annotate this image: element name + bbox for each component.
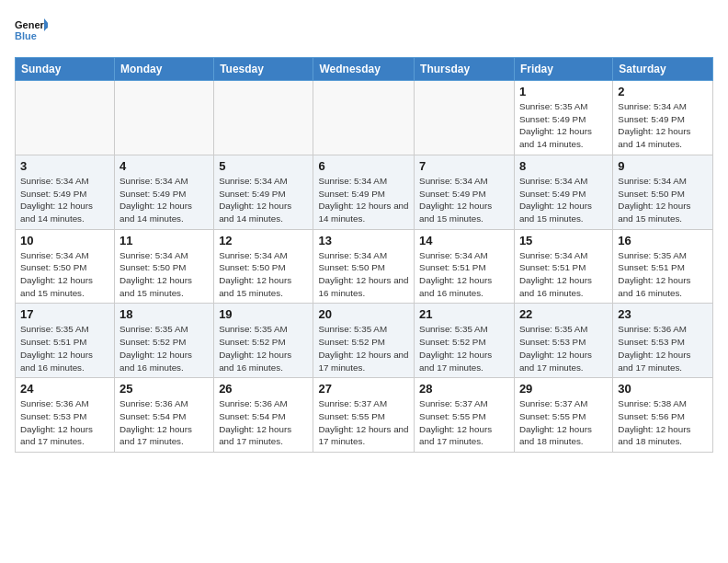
column-header-monday: Monday bbox=[115, 58, 214, 81]
day-info: Sunrise: 5:38 AMSunset: 5:56 PMDaylight:… bbox=[618, 397, 708, 448]
calendar: SundayMondayTuesdayWednesdayThursdayFrid… bbox=[15, 57, 713, 453]
logo-svg: General Blue bbox=[15, 15, 48, 48]
day-number: 13 bbox=[318, 234, 409, 247]
calendar-cell: 27Sunrise: 5:37 AMSunset: 5:55 PMDayligh… bbox=[313, 378, 415, 453]
calendar-cell: 11Sunrise: 5:34 AMSunset: 5:50 PMDayligh… bbox=[115, 229, 214, 304]
day-number: 27 bbox=[318, 382, 409, 396]
day-info: Sunrise: 5:35 AMSunset: 5:52 PMDaylight:… bbox=[119, 323, 209, 373]
calendar-cell: 5Sunrise: 5:34 AMSunset: 5:49 PMDaylight… bbox=[214, 155, 313, 229]
calendar-week-row: 17Sunrise: 5:35 AMSunset: 5:51 PMDayligh… bbox=[16, 304, 713, 378]
day-number: 24 bbox=[20, 382, 109, 396]
day-info: Sunrise: 5:36 AMSunset: 5:54 PMDaylight:… bbox=[219, 397, 308, 448]
calendar-cell: 20Sunrise: 5:35 AMSunset: 5:52 PMDayligh… bbox=[313, 304, 415, 378]
day-number: 10 bbox=[20, 234, 109, 247]
day-info: Sunrise: 5:34 AMSunset: 5:50 PMDaylight:… bbox=[318, 249, 409, 300]
day-number: 15 bbox=[519, 234, 608, 247]
day-info: Sunrise: 5:34 AMSunset: 5:51 PMDaylight:… bbox=[419, 249, 509, 300]
day-info: Sunrise: 5:34 AMSunset: 5:49 PMDaylight:… bbox=[618, 100, 708, 151]
calendar-cell: 9Sunrise: 5:34 AMSunset: 5:50 PMDaylight… bbox=[613, 155, 713, 229]
calendar-cell: 8Sunrise: 5:34 AMSunset: 5:49 PMDaylight… bbox=[514, 155, 612, 229]
day-number: 7 bbox=[419, 159, 509, 173]
calendar-cell: 10Sunrise: 5:34 AMSunset: 5:50 PMDayligh… bbox=[16, 229, 115, 304]
day-info: Sunrise: 5:35 AMSunset: 5:49 PMDaylight:… bbox=[519, 100, 608, 151]
day-number: 6 bbox=[318, 159, 409, 173]
calendar-cell: 3Sunrise: 5:34 AMSunset: 5:49 PMDaylight… bbox=[16, 155, 115, 229]
day-number: 23 bbox=[618, 307, 708, 321]
calendar-cell: 29Sunrise: 5:37 AMSunset: 5:55 PMDayligh… bbox=[514, 378, 612, 453]
calendar-cell: 22Sunrise: 5:35 AMSunset: 5:53 PMDayligh… bbox=[514, 304, 612, 378]
calendar-week-row: 24Sunrise: 5:36 AMSunset: 5:53 PMDayligh… bbox=[16, 378, 713, 453]
day-info: Sunrise: 5:34 AMSunset: 5:50 PMDaylight:… bbox=[219, 249, 308, 300]
column-header-thursday: Thursday bbox=[415, 58, 515, 81]
calendar-cell: 30Sunrise: 5:38 AMSunset: 5:56 PMDayligh… bbox=[613, 378, 713, 453]
column-header-friday: Friday bbox=[514, 58, 612, 81]
page-header: General Blue bbox=[15, 15, 713, 48]
column-header-sunday: Sunday bbox=[16, 58, 115, 81]
day-info: Sunrise: 5:34 AMSunset: 5:50 PMDaylight:… bbox=[20, 249, 109, 300]
day-number: 28 bbox=[419, 382, 509, 396]
day-number: 12 bbox=[219, 234, 308, 247]
day-number: 1 bbox=[519, 85, 608, 98]
svg-text:General: General bbox=[15, 19, 48, 30]
day-info: Sunrise: 5:34 AMSunset: 5:50 PMDaylight:… bbox=[618, 175, 708, 225]
calendar-cell: 12Sunrise: 5:34 AMSunset: 5:50 PMDayligh… bbox=[214, 229, 313, 304]
column-header-saturday: Saturday bbox=[613, 58, 713, 81]
day-info: Sunrise: 5:34 AMSunset: 5:49 PMDaylight:… bbox=[318, 175, 409, 225]
day-info: Sunrise: 5:34 AMSunset: 5:49 PMDaylight:… bbox=[119, 175, 209, 225]
calendar-cell bbox=[16, 81, 115, 155]
calendar-cell: 14Sunrise: 5:34 AMSunset: 5:51 PMDayligh… bbox=[415, 229, 515, 304]
day-info: Sunrise: 5:35 AMSunset: 5:51 PMDaylight:… bbox=[618, 249, 708, 300]
day-info: Sunrise: 5:35 AMSunset: 5:52 PMDaylight:… bbox=[219, 323, 308, 373]
calendar-cell bbox=[313, 81, 415, 155]
calendar-cell: 23Sunrise: 5:36 AMSunset: 5:53 PMDayligh… bbox=[613, 304, 713, 378]
calendar-cell: 18Sunrise: 5:35 AMSunset: 5:52 PMDayligh… bbox=[115, 304, 214, 378]
day-number: 2 bbox=[618, 85, 708, 98]
day-info: Sunrise: 5:34 AMSunset: 5:50 PMDaylight:… bbox=[119, 249, 209, 300]
day-info: Sunrise: 5:35 AMSunset: 5:52 PMDaylight:… bbox=[318, 323, 409, 373]
day-info: Sunrise: 5:35 AMSunset: 5:51 PMDaylight:… bbox=[20, 323, 109, 373]
day-number: 3 bbox=[20, 159, 109, 173]
calendar-cell: 7Sunrise: 5:34 AMSunset: 5:49 PMDaylight… bbox=[415, 155, 515, 229]
day-number: 29 bbox=[519, 382, 608, 396]
calendar-cell: 26Sunrise: 5:36 AMSunset: 5:54 PMDayligh… bbox=[214, 378, 313, 453]
calendar-cell: 13Sunrise: 5:34 AMSunset: 5:50 PMDayligh… bbox=[313, 229, 415, 304]
day-info: Sunrise: 5:34 AMSunset: 5:51 PMDaylight:… bbox=[519, 249, 608, 300]
day-number: 30 bbox=[618, 382, 708, 396]
calendar-cell: 21Sunrise: 5:35 AMSunset: 5:52 PMDayligh… bbox=[415, 304, 515, 378]
day-info: Sunrise: 5:34 AMSunset: 5:49 PMDaylight:… bbox=[20, 175, 109, 225]
calendar-cell: 19Sunrise: 5:35 AMSunset: 5:52 PMDayligh… bbox=[214, 304, 313, 378]
day-info: Sunrise: 5:34 AMSunset: 5:49 PMDaylight:… bbox=[219, 175, 308, 225]
column-header-tuesday: Tuesday bbox=[214, 58, 313, 81]
day-number: 4 bbox=[119, 159, 209, 173]
day-info: Sunrise: 5:34 AMSunset: 5:49 PMDaylight:… bbox=[519, 175, 608, 225]
day-info: Sunrise: 5:37 AMSunset: 5:55 PMDaylight:… bbox=[519, 397, 608, 448]
calendar-cell: 17Sunrise: 5:35 AMSunset: 5:51 PMDayligh… bbox=[16, 304, 115, 378]
calendar-week-row: 1Sunrise: 5:35 AMSunset: 5:49 PMDaylight… bbox=[16, 81, 713, 155]
calendar-cell: 25Sunrise: 5:36 AMSunset: 5:54 PMDayligh… bbox=[115, 378, 214, 453]
day-info: Sunrise: 5:36 AMSunset: 5:53 PMDaylight:… bbox=[618, 323, 708, 373]
calendar-header-row: SundayMondayTuesdayWednesdayThursdayFrid… bbox=[16, 58, 713, 81]
calendar-cell: 28Sunrise: 5:37 AMSunset: 5:55 PMDayligh… bbox=[415, 378, 515, 453]
day-number: 20 bbox=[318, 307, 409, 321]
column-header-wednesday: Wednesday bbox=[313, 58, 415, 81]
day-info: Sunrise: 5:36 AMSunset: 5:53 PMDaylight:… bbox=[20, 397, 109, 448]
calendar-cell bbox=[415, 81, 515, 155]
calendar-cell bbox=[115, 81, 214, 155]
day-number: 11 bbox=[119, 234, 209, 247]
calendar-cell: 1Sunrise: 5:35 AMSunset: 5:49 PMDaylight… bbox=[514, 81, 612, 155]
day-info: Sunrise: 5:35 AMSunset: 5:52 PMDaylight:… bbox=[419, 323, 509, 373]
calendar-week-row: 10Sunrise: 5:34 AMSunset: 5:50 PMDayligh… bbox=[16, 229, 713, 304]
day-info: Sunrise: 5:36 AMSunset: 5:54 PMDaylight:… bbox=[119, 397, 209, 448]
calendar-cell: 4Sunrise: 5:34 AMSunset: 5:49 PMDaylight… bbox=[115, 155, 214, 229]
day-info: Sunrise: 5:34 AMSunset: 5:49 PMDaylight:… bbox=[419, 175, 509, 225]
day-number: 9 bbox=[618, 159, 708, 173]
day-info: Sunrise: 5:37 AMSunset: 5:55 PMDaylight:… bbox=[419, 397, 509, 448]
calendar-cell: 24Sunrise: 5:36 AMSunset: 5:53 PMDayligh… bbox=[16, 378, 115, 453]
day-number: 14 bbox=[419, 234, 509, 247]
svg-text:Blue: Blue bbox=[15, 30, 37, 41]
day-number: 5 bbox=[219, 159, 308, 173]
day-number: 18 bbox=[119, 307, 209, 321]
day-number: 17 bbox=[20, 307, 109, 321]
calendar-week-row: 3Sunrise: 5:34 AMSunset: 5:49 PMDaylight… bbox=[16, 155, 713, 229]
calendar-cell: 16Sunrise: 5:35 AMSunset: 5:51 PMDayligh… bbox=[613, 229, 713, 304]
